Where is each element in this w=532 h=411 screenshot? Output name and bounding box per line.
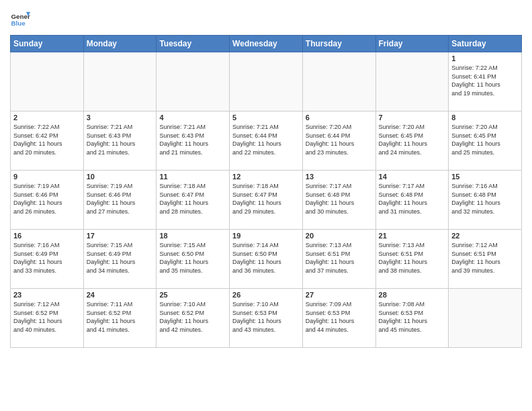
day-number: 26: [232, 291, 300, 299]
calendar-container: General Blue SundayMondayTuesdayWednesda…: [0, 0, 532, 411]
day-number: 20: [306, 232, 373, 240]
calendar-cell: [302, 52, 375, 111]
calendar-cell: 26Sunrise: 7:10 AM Sunset: 6:53 PM Dayli…: [230, 289, 303, 348]
day-number: 27: [306, 291, 373, 299]
day-info: Sunrise: 7:21 AM Sunset: 6:43 PM Dayligh…: [87, 123, 154, 156]
calendar-cell: [449, 289, 522, 348]
calendar-cell: 27Sunrise: 7:09 AM Sunset: 6:53 PM Dayli…: [302, 289, 375, 348]
calendar-cell: 12Sunrise: 7:18 AM Sunset: 6:47 PM Dayli…: [230, 171, 303, 230]
calendar-cell: [157, 52, 230, 111]
calendar-cell: 1Sunrise: 7:22 AM Sunset: 6:41 PM Daylig…: [449, 52, 522, 111]
weekday-header-saturday: Saturday: [449, 36, 522, 52]
calendar-cell: 3Sunrise: 7:21 AM Sunset: 6:43 PM Daylig…: [83, 111, 157, 171]
calendar-cell: 8Sunrise: 7:20 AM Sunset: 6:45 PM Daylig…: [449, 111, 522, 171]
day-number: 1: [451, 54, 519, 62]
calendar-cell: 2Sunrise: 7:22 AM Sunset: 6:42 PM Daylig…: [11, 111, 84, 171]
calendar-cell: 13Sunrise: 7:17 AM Sunset: 6:48 PM Dayli…: [302, 171, 375, 230]
day-number: 21: [379, 232, 446, 240]
calendar-table: SundayMondayTuesdayWednesdayThursdayFrid…: [10, 35, 522, 348]
day-info: Sunrise: 7:10 AM Sunset: 6:52 PM Dayligh…: [159, 300, 226, 334]
calendar-cell: 11Sunrise: 7:18 AM Sunset: 6:47 PM Dayli…: [157, 171, 230, 230]
calendar-cell: 7Sunrise: 7:20 AM Sunset: 6:45 PM Daylig…: [375, 111, 449, 171]
day-number: 12: [232, 173, 300, 181]
logo-icon: General Blue: [10, 9, 30, 30]
week-row-1: 2Sunrise: 7:22 AM Sunset: 6:42 PM Daylig…: [11, 111, 522, 171]
calendar-cell: 15Sunrise: 7:16 AM Sunset: 6:48 PM Dayli…: [449, 171, 522, 230]
calendar-cell: 6Sunrise: 7:20 AM Sunset: 6:44 PM Daylig…: [302, 111, 375, 171]
day-info: Sunrise: 7:22 AM Sunset: 6:41 PM Dayligh…: [451, 64, 519, 97]
day-number: 24: [87, 291, 154, 299]
calendar-cell: [11, 52, 84, 111]
week-row-4: 23Sunrise: 7:12 AM Sunset: 6:52 PM Dayli…: [11, 289, 522, 348]
day-info: Sunrise: 7:21 AM Sunset: 6:43 PM Dayligh…: [159, 123, 226, 156]
day-number: 13: [306, 173, 373, 181]
day-info: Sunrise: 7:12 AM Sunset: 6:51 PM Dayligh…: [451, 241, 519, 275]
logo: General Blue: [10, 9, 33, 30]
day-number: 6: [306, 113, 373, 122]
day-info: Sunrise: 7:19 AM Sunset: 6:46 PM Dayligh…: [87, 182, 154, 216]
calendar-cell: 5Sunrise: 7:21 AM Sunset: 6:44 PM Daylig…: [230, 111, 303, 171]
day-info: Sunrise: 7:13 AM Sunset: 6:51 PM Dayligh…: [379, 241, 446, 275]
day-info: Sunrise: 7:09 AM Sunset: 6:53 PM Dayligh…: [306, 300, 373, 334]
day-info: Sunrise: 7:21 AM Sunset: 6:44 PM Dayligh…: [232, 123, 300, 156]
week-row-0: 1Sunrise: 7:22 AM Sunset: 6:41 PM Daylig…: [11, 52, 522, 111]
day-number: 22: [451, 232, 519, 240]
day-number: 23: [13, 291, 81, 299]
day-info: Sunrise: 7:17 AM Sunset: 6:48 PM Dayligh…: [379, 182, 446, 216]
day-number: 14: [379, 173, 446, 181]
calendar-cell: 10Sunrise: 7:19 AM Sunset: 6:46 PM Dayli…: [83, 171, 157, 230]
calendar-cell: 21Sunrise: 7:13 AM Sunset: 6:51 PM Dayli…: [375, 230, 449, 289]
day-number: 5: [232, 113, 300, 122]
calendar-cell: 20Sunrise: 7:13 AM Sunset: 6:51 PM Dayli…: [302, 230, 375, 289]
calendar-cell: [83, 52, 157, 111]
day-number: 28: [379, 291, 446, 299]
day-info: Sunrise: 7:18 AM Sunset: 6:47 PM Dayligh…: [159, 182, 226, 216]
day-number: 25: [159, 291, 226, 299]
header: General Blue: [10, 7, 522, 30]
day-info: Sunrise: 7:14 AM Sunset: 6:50 PM Dayligh…: [232, 241, 300, 275]
calendar-cell: 25Sunrise: 7:10 AM Sunset: 6:52 PM Dayli…: [157, 289, 230, 348]
day-number: 10: [87, 173, 154, 181]
day-number: 18: [159, 232, 226, 240]
day-info: Sunrise: 7:13 AM Sunset: 6:51 PM Dayligh…: [306, 241, 373, 275]
calendar-cell: 9Sunrise: 7:19 AM Sunset: 6:46 PM Daylig…: [11, 171, 84, 230]
weekday-header-monday: Monday: [83, 36, 157, 52]
day-info: Sunrise: 7:08 AM Sunset: 6:53 PM Dayligh…: [379, 300, 446, 334]
calendar-cell: 18Sunrise: 7:15 AM Sunset: 6:50 PM Dayli…: [157, 230, 230, 289]
day-number: 17: [87, 232, 154, 240]
day-number: 8: [451, 113, 519, 122]
weekday-header-wednesday: Wednesday: [230, 36, 303, 52]
day-number: 4: [159, 113, 226, 122]
day-info: Sunrise: 7:10 AM Sunset: 6:53 PM Dayligh…: [232, 300, 300, 334]
calendar-cell: [230, 52, 303, 111]
weekday-header-row: SundayMondayTuesdayWednesdayThursdayFrid…: [11, 36, 522, 52]
weekday-header-friday: Friday: [375, 36, 449, 52]
day-info: Sunrise: 7:16 AM Sunset: 6:49 PM Dayligh…: [13, 241, 81, 275]
weekday-header-thursday: Thursday: [302, 36, 375, 52]
day-info: Sunrise: 7:18 AM Sunset: 6:47 PM Dayligh…: [232, 182, 300, 216]
calendar-cell: 19Sunrise: 7:14 AM Sunset: 6:50 PM Dayli…: [230, 230, 303, 289]
calendar-cell: 16Sunrise: 7:16 AM Sunset: 6:49 PM Dayli…: [11, 230, 84, 289]
day-info: Sunrise: 7:12 AM Sunset: 6:52 PM Dayligh…: [13, 300, 81, 334]
day-number: 16: [13, 232, 81, 240]
day-info: Sunrise: 7:11 AM Sunset: 6:52 PM Dayligh…: [87, 300, 154, 334]
day-number: 11: [159, 173, 226, 181]
calendar-cell: 23Sunrise: 7:12 AM Sunset: 6:52 PM Dayli…: [11, 289, 84, 348]
day-info: Sunrise: 7:20 AM Sunset: 6:44 PM Dayligh…: [306, 123, 373, 156]
day-number: 9: [13, 173, 81, 181]
calendar-cell: [375, 52, 449, 111]
calendar-cell: 14Sunrise: 7:17 AM Sunset: 6:48 PM Dayli…: [375, 171, 449, 230]
week-row-3: 16Sunrise: 7:16 AM Sunset: 6:49 PM Dayli…: [11, 230, 522, 289]
calendar-cell: 4Sunrise: 7:21 AM Sunset: 6:43 PM Daylig…: [157, 111, 230, 171]
calendar-cell: 22Sunrise: 7:12 AM Sunset: 6:51 PM Dayli…: [449, 230, 522, 289]
day-number: 2: [13, 113, 81, 122]
day-info: Sunrise: 7:22 AM Sunset: 6:42 PM Dayligh…: [13, 123, 81, 156]
calendar-cell: 28Sunrise: 7:08 AM Sunset: 6:53 PM Dayli…: [375, 289, 449, 348]
day-info: Sunrise: 7:20 AM Sunset: 6:45 PM Dayligh…: [379, 123, 446, 156]
day-info: Sunrise: 7:15 AM Sunset: 6:49 PM Dayligh…: [87, 241, 154, 275]
day-number: 15: [451, 173, 519, 181]
weekday-header-sunday: Sunday: [11, 36, 84, 52]
week-row-2: 9Sunrise: 7:19 AM Sunset: 6:46 PM Daylig…: [11, 171, 522, 230]
calendar-cell: 17Sunrise: 7:15 AM Sunset: 6:49 PM Dayli…: [83, 230, 157, 289]
svg-text:Blue: Blue: [11, 19, 26, 27]
